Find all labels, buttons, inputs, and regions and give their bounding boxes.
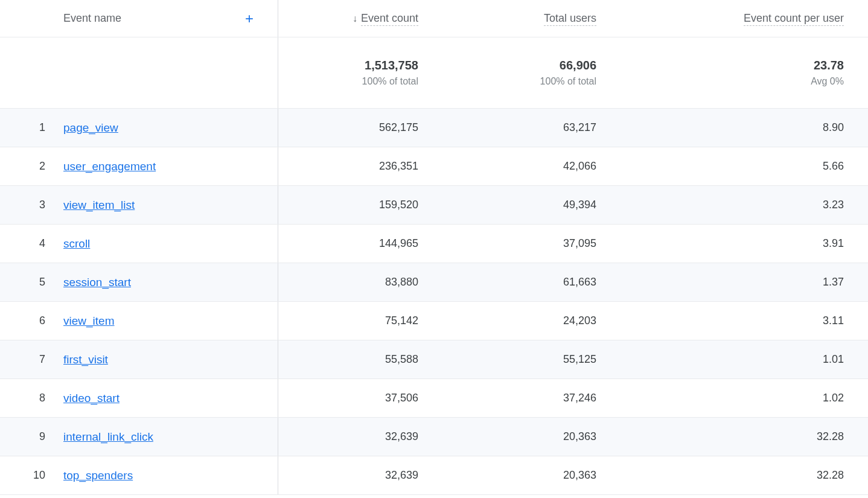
row-per-user: 32.28 — [621, 430, 868, 443]
row-event-count: 55,588 — [278, 353, 442, 366]
table-row: 5 session_start 83,880 61,663 1.37 — [0, 263, 868, 302]
event-link[interactable]: page_view — [63, 121, 118, 134]
table-row: 7 first_visit 55,588 55,125 1.01 — [0, 340, 868, 379]
header-per-user[interactable]: Event count per user — [621, 12, 868, 25]
metric-label-event-count: Event count — [361, 12, 418, 26]
row-index: 8 — [0, 392, 63, 404]
row-event-name: page_view — [63, 121, 278, 135]
metric-label-per-user: Event count per user — [744, 12, 844, 26]
row-index: 3 — [0, 199, 63, 211]
row-total-users: 20,363 — [442, 469, 621, 482]
summary-row: 1,513,758 100% of total 66,906 100% of t… — [0, 37, 868, 109]
table-row: 8 video_start 37,506 37,246 1.02 — [0, 379, 868, 418]
row-total-users: 24,203 — [442, 314, 621, 327]
row-per-user: 5.66 — [621, 160, 868, 173]
row-index: 6 — [0, 314, 63, 327]
header-total-users[interactable]: Total users — [442, 12, 621, 25]
row-index: 9 — [0, 430, 63, 443]
summary-total-users-sub: 100% of total — [540, 76, 596, 87]
event-link[interactable]: view_item — [63, 314, 114, 327]
row-total-users: 55,125 — [442, 353, 621, 366]
metric-label-total-users: Total users — [544, 12, 596, 26]
row-per-user: 1.02 — [621, 392, 868, 404]
table-row: 10 top_spenders 32,639 20,363 32.28 — [0, 456, 868, 495]
row-event-name: scroll — [63, 237, 278, 251]
row-event-count: 32,639 — [278, 430, 442, 443]
row-event-name: internal_link_click — [63, 430, 278, 444]
summary-event-count-sub: 100% of total — [362, 76, 418, 87]
event-link[interactable]: session_start — [63, 276, 131, 289]
row-index: 4 — [0, 237, 63, 250]
summary-event-count-value: 1,513,758 — [365, 59, 418, 72]
row-per-user: 1.01 — [621, 353, 868, 366]
row-index: 10 — [0, 469, 63, 482]
table-header-row: Event name + ↓Event count Total users Ev… — [0, 0, 868, 37]
row-event-name: user_engagement — [63, 160, 278, 173]
row-total-users: 20,363 — [442, 430, 621, 443]
row-event-count: 37,506 — [278, 392, 442, 404]
row-event-count: 159,520 — [278, 199, 442, 211]
table-row: 9 internal_link_click 32,639 20,363 32.2… — [0, 418, 868, 456]
row-total-users: 49,394 — [442, 199, 621, 211]
row-index: 7 — [0, 353, 63, 366]
row-index: 1 — [0, 121, 63, 134]
row-per-user: 1.37 — [621, 276, 868, 289]
event-link[interactable]: video_start — [63, 392, 120, 404]
row-per-user: 3.11 — [621, 314, 868, 327]
row-event-count: 32,639 — [278, 469, 442, 482]
dimension-label: Event name — [63, 12, 121, 25]
table-row: 3 view_item_list 159,520 49,394 3.23 — [0, 186, 868, 225]
row-per-user: 3.23 — [621, 199, 868, 211]
row-index: 5 — [0, 276, 63, 289]
summary-total-users: 66,906 100% of total — [442, 59, 621, 87]
row-total-users: 37,095 — [442, 237, 621, 250]
row-event-name: session_start — [63, 276, 278, 289]
event-link[interactable]: user_engagement — [63, 160, 156, 173]
table-row: 1 page_view 562,175 63,217 8.90 — [0, 109, 868, 147]
row-total-users: 61,663 — [442, 276, 621, 289]
event-link[interactable]: internal_link_click — [63, 430, 153, 443]
row-event-count: 83,880 — [278, 276, 442, 289]
summary-per-user: 23.78 Avg 0% — [621, 59, 868, 87]
table-body: 1 page_view 562,175 63,217 8.90 2 user_e… — [0, 109, 868, 495]
row-total-users: 37,246 — [442, 392, 621, 404]
row-event-count: 144,965 — [278, 237, 442, 250]
event-link[interactable]: first_visit — [63, 353, 108, 366]
table-row: 2 user_engagement 236,351 42,066 5.66 — [0, 147, 868, 186]
summary-total-users-value: 66,906 — [560, 59, 596, 72]
row-event-name: video_start — [63, 392, 278, 405]
header-dimension: Event name + — [63, 12, 278, 25]
event-link[interactable]: view_item_list — [63, 199, 135, 211]
row-event-name: view_item_list — [63, 199, 278, 212]
row-total-users: 42,066 — [442, 160, 621, 173]
row-per-user: 8.90 — [621, 121, 868, 134]
row-index: 2 — [0, 160, 63, 173]
row-per-user: 32.28 — [621, 469, 868, 482]
summary-event-count: 1,513,758 100% of total — [278, 59, 442, 87]
row-event-count: 562,175 — [278, 121, 442, 134]
sort-descending-icon: ↓ — [353, 13, 357, 24]
row-per-user: 3.91 — [621, 237, 868, 250]
table-row: 4 scroll 144,965 37,095 3.91 — [0, 225, 868, 263]
row-event-count: 75,142 — [278, 314, 442, 327]
add-dimension-icon[interactable]: + — [245, 10, 254, 27]
row-total-users: 63,217 — [442, 121, 621, 134]
event-link[interactable]: top_spenders — [63, 469, 133, 482]
row-event-count: 236,351 — [278, 160, 442, 173]
summary-per-user-sub: Avg 0% — [811, 76, 844, 87]
events-table: Event name + ↓Event count Total users Ev… — [0, 0, 868, 495]
event-link[interactable]: scroll — [63, 237, 90, 250]
table-row: 6 view_item 75,142 24,203 3.11 — [0, 302, 868, 340]
row-event-name: view_item — [63, 314, 278, 328]
row-event-name: first_visit — [63, 353, 278, 366]
row-event-name: top_spenders — [63, 469, 278, 482]
summary-per-user-value: 23.78 — [814, 59, 844, 72]
header-event-count[interactable]: ↓Event count — [278, 12, 442, 25]
